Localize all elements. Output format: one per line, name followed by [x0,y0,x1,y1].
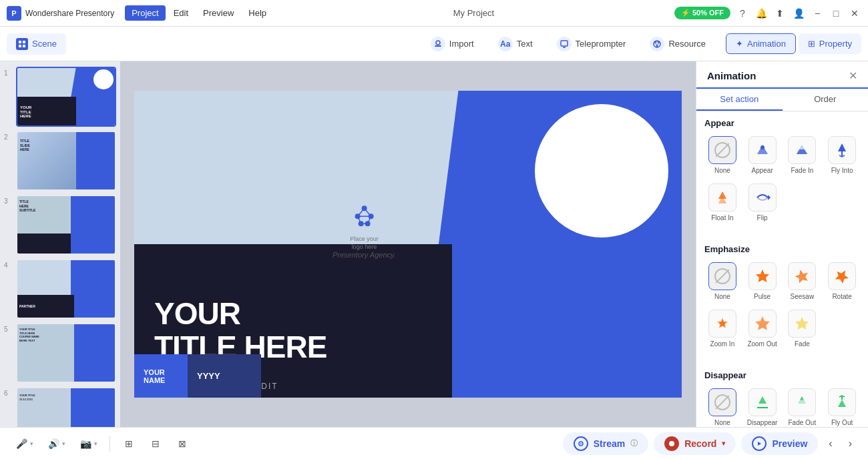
record-icon [664,436,679,451]
emphasize-zoomout[interactable]: Zoom Out [744,307,781,350]
appear-appear[interactable]: Appear [744,133,781,177]
agency-text: Presentory Agency. [333,252,396,260]
svg-point-4 [436,41,440,45]
animation-button[interactable]: ✦ Animation [726,33,796,54]
svg-rect-5 [435,45,441,47]
slide-item-4[interactable]: 4 PARTNER [4,259,116,319]
disappear-disappear[interactable]: Disappear [744,386,781,427]
canvas-logo-area[interactable]: Place yourlogo here Presentory Agency. [333,198,396,259]
share-icon[interactable]: ⬆ [773,7,787,20]
mic-arrow: ▾ [30,440,33,447]
svg-rect-1 [23,41,25,43]
slide-thumb-2: TITLESLIDEHERE [16,131,116,191]
notification-icon[interactable]: 🔔 [754,7,768,20]
slide-item-6[interactable]: 6 YOUR TITLE11.11.1111 [4,387,116,427]
svg-marker-36 [834,268,850,284]
tab-set-action[interactable]: Set action [696,89,783,111]
speaker-tool[interactable]: 🔊 ▾ [43,434,69,453]
promo-button[interactable]: ⚡ 50% OFF [674,7,730,19]
text-tool[interactable]: Aa Text [491,33,539,55]
slide-item-5[interactable]: 5 YOUR TITLETITLE HERECOURSE NAMEMORE TE… [4,323,116,383]
canvas-area[interactable]: YOUR TITLE HERE COURSE: CLICK TO EDIT [120,61,696,427]
appear-fadein[interactable]: Fade In [785,133,821,177]
menu-help[interactable]: Help [242,5,273,21]
emphasize-rotate-label: Rotate [832,293,851,300]
next-arrow[interactable]: › [843,435,857,452]
property-button[interactable]: ⊞ Property [799,33,861,54]
scene-button[interactable]: Scene [7,33,66,55]
appear-flip[interactable]: Flip [744,181,781,224]
app-logo: P Wondershare Presentory [7,6,114,21]
year-label[interactable]: YYYY [188,354,261,398]
appear-appear-icon [748,136,777,164]
emphasize-pulse[interactable]: Pulse [744,260,781,303]
animation-icon: ✦ [736,39,743,49]
slide-thumb-1: YOURTITLEHERE [16,67,116,127]
emphasize-fade[interactable]: Fade [785,307,821,350]
close-button[interactable]: ✕ [848,7,861,20]
account-icon[interactable]: 👤 [792,7,805,20]
emphasize-none-icon [708,262,736,290]
svg-line-19 [357,208,364,216]
svg-line-13 [657,42,659,46]
cam-tool[interactable]: 📷 ▾ [75,434,101,453]
logo-icon: P [7,6,21,21]
emphasize-none-label: None [714,293,730,300]
slide-thumb-3: TITLEHERESUBTITLE [16,195,116,255]
svg-point-26 [761,145,765,149]
prev-arrow[interactable]: ‹ [823,435,837,452]
stream-button[interactable]: Stream ⓘ [563,432,648,455]
svg-rect-2 [19,45,21,47]
stream-icon [574,436,588,451]
scene-icon [16,38,28,50]
toolbar-right-buttons: ✦ Animation ⊞ Property [726,33,861,54]
emphasize-zoomin-icon [708,310,736,338]
emphasize-zoomout-icon [748,310,777,338]
emphasize-zoomin[interactable]: Zoom In [704,307,740,350]
appear-title: Appear [704,118,860,128]
name-label[interactable]: YOURNAME [134,354,188,398]
emphasize-rotate[interactable]: Rotate [824,260,860,303]
emphasize-seesaw[interactable]: Seesaw [785,260,821,303]
panel-close-button[interactable]: ✕ [849,69,857,82]
emphasize-seesaw-icon [788,262,816,290]
appear-floatin[interactable]: Float In [704,181,740,224]
svg-marker-33 [768,195,771,200]
question-icon[interactable]: ? [736,7,749,20]
menu-edit[interactable]: Edit [167,5,195,21]
animation-panel: Animation ✕ Set action Order Appear None [696,61,868,427]
menu-project[interactable]: Project [125,5,165,21]
resource-tool[interactable]: Resource [643,33,712,55]
maximize-button[interactable]: □ [829,7,843,20]
record-button[interactable]: Record ▾ [654,432,736,455]
slide-item-2[interactable]: 2 TITLESLIDEHERE [4,131,116,191]
minimize-button[interactable]: − [811,7,824,20]
emphasize-seesaw-label: Seesaw [791,293,815,300]
layout-tool-3[interactable]: ⊠ [172,434,193,453]
titlebar-right: ⚡ 50% OFF ? 🔔 ⬆ 👤 − □ ✕ [674,7,861,20]
disappear-grid: None Disappear Fade Out [704,386,860,427]
titlebar: P Wondershare Presentory Project Edit Pr… [0,0,868,27]
appear-none[interactable]: None [704,133,740,177]
mic-icon: 🎤 [15,437,28,450]
layout-tool-2[interactable]: ⊟ [145,434,166,453]
svg-marker-42 [758,396,767,404]
mic-tool[interactable]: 🎤 ▾ [11,434,37,453]
preview-button[interactable]: Preview [741,432,818,455]
disappear-fadeout[interactable]: Fade Out [785,386,821,427]
slide-item-1[interactable]: 1 YOURTITLEHERE [4,67,116,127]
emphasize-none[interactable]: None [704,260,740,303]
import-tool[interactable]: Import [424,33,481,55]
disappear-flyout[interactable]: Fly Out [824,386,860,427]
canvas-slide[interactable]: YOUR TITLE HERE COURSE: CLICK TO EDIT [134,91,682,398]
teleprompter-tool[interactable]: Teleprompter [550,33,633,55]
menu-preview[interactable]: Preview [196,5,240,21]
slide-item-3[interactable]: 3 TITLEHERESUBTITLE [4,195,116,255]
slide-thumb-4: PARTNER [16,259,116,319]
tab-order[interactable]: Order [783,89,869,111]
emphasize-zoomout-label: Zoom Out [747,340,777,348]
layout-tool-1[interactable]: ⊞ [118,434,140,453]
disappear-none[interactable]: None [704,386,740,427]
resource-icon [650,37,664,51]
appear-flyinto[interactable]: Fly Into [824,133,860,177]
